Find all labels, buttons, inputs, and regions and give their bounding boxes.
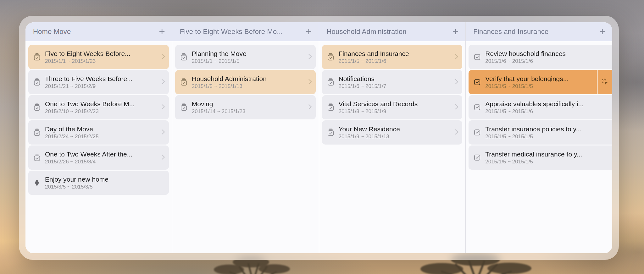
column-header: Home Move + <box>25 22 172 41</box>
card[interactable]: Enjoy your new home 2015/3/5 ~ 2015/3/5 <box>28 171 169 195</box>
card-dates: 2015/1/8 ~ 2015/1/9 <box>339 108 418 115</box>
click-indicator-icon <box>601 78 609 86</box>
column-title: Household Administration <box>327 28 407 36</box>
group-task-icon <box>326 78 335 86</box>
card-dates: 2015/1/6 ~ 2015/1/7 <box>339 83 386 90</box>
column-title: Home Move <box>33 28 71 36</box>
board-column-4: Finances and Insurance + <box>465 22 612 253</box>
card-icon-box <box>33 178 41 187</box>
card-text: Planning the Move 2015/1/1 ~ 2015/1/5 <box>192 49 247 65</box>
card-title: One to Two Weeks Before M... <box>45 100 135 108</box>
card[interactable]: Notifications 2015/1/6 ~ 2015/1/7 <box>322 70 463 94</box>
group-task-icon <box>180 103 188 112</box>
card-title: Household Administration <box>192 74 267 83</box>
card-dates: 2015/1/9 ~ 2015/1/13 <box>339 133 400 140</box>
group-task-icon <box>326 103 335 112</box>
add-card-button[interactable]: + <box>305 27 312 36</box>
chevron-right-icon <box>307 103 313 112</box>
chevron-right-icon <box>160 128 166 137</box>
card-text: Enjoy your new home 2015/3/5 ~ 2015/3/5 <box>45 175 108 190</box>
board-column-1: Home Move + <box>25 22 172 253</box>
chevron-right-icon <box>160 78 166 87</box>
card-text: Review household finances 2015/1/6 ~ 201… <box>485 49 566 65</box>
add-card-button[interactable]: + <box>599 27 606 36</box>
kanban-window: Home Move + <box>19 16 619 260</box>
card-text: Moving 2015/1/14 ~ 2015/1/23 <box>192 100 246 115</box>
card-text: Appraise valuables specifically i... 201… <box>485 100 584 115</box>
group-task-icon <box>326 128 335 137</box>
card-text: Household Administration 2015/1/5 ~ 2015… <box>192 74 267 90</box>
card-title: One to Two Weeks After the... <box>45 150 132 158</box>
card[interactable]: Moving 2015/1/14 ~ 2015/1/23 <box>175 95 316 119</box>
card[interactable]: One to Two Weeks Before M... 2015/2/10 ~… <box>28 95 169 119</box>
card-text: Day of the Move 2015/2/24 ~ 2015/2/25 <box>45 125 99 140</box>
card[interactable]: Three to Five Weeks Before... 2015/1/21 … <box>28 70 169 94</box>
card[interactable]: Five to Eight Weeks Before... 2015/1/1 ~… <box>28 45 169 69</box>
chevron-right-icon <box>453 103 460 112</box>
card-icon-box <box>473 153 481 162</box>
card[interactable]: Finances and Insurance 2015/1/5 ~ 2015/1… <box>322 45 463 69</box>
board-column-3: Household Administration + <box>319 22 466 253</box>
card-dates: 2015/1/14 ~ 2015/1/23 <box>192 108 246 115</box>
task-checkbox-icon <box>473 103 481 112</box>
column-body: Planning the Move 2015/1/1 ~ 2015/1/5 <box>172 41 319 120</box>
card-text: Finances and Insurance 2015/1/5 ~ 2015/1… <box>339 49 409 65</box>
group-task-icon <box>33 78 41 86</box>
card[interactable]: Vital Services and Records 2015/1/8 ~ 20… <box>322 95 463 119</box>
card-icon-box <box>33 78 41 86</box>
card-icon-box <box>473 78 481 86</box>
add-card-button[interactable]: + <box>158 27 165 36</box>
card-title: Five to Eight Weeks Before... <box>45 49 130 58</box>
card[interactable]: Day of the Move 2015/2/24 ~ 2015/2/25 <box>28 120 169 145</box>
card-icon-box <box>326 103 335 112</box>
column-title: Finances and Insurance <box>473 28 548 36</box>
chevron-right-icon <box>160 52 166 62</box>
group-task-icon <box>33 128 41 137</box>
chevron-right-icon <box>307 52 313 62</box>
card[interactable]: One to Two Weeks After the... 2015/2/26 … <box>28 145 169 170</box>
card-dates: 2015/1/6 ~ 2015/1/6 <box>485 58 566 65</box>
card-dates: 2015/3/5 ~ 2015/3/5 <box>45 184 108 190</box>
chevron-right-icon <box>453 52 460 62</box>
card-title: Vital Services and Records <box>339 100 418 108</box>
card[interactable]: Your New Residence 2015/1/9 ~ 2015/1/13 <box>322 120 463 145</box>
card[interactable]: Household Administration 2015/1/5 ~ 2015… <box>175 70 316 94</box>
card-icon-box <box>326 53 335 61</box>
card-icon-box <box>33 128 41 137</box>
card-dates: 2015/2/10 ~ 2015/2/23 <box>45 108 135 115</box>
card[interactable]: Appraise valuables specifically i... 201… <box>469 95 612 119</box>
card-icon-box <box>180 53 188 61</box>
chevron-right-icon <box>453 78 460 87</box>
group-task-icon <box>33 103 41 112</box>
card-icon-box <box>326 78 335 86</box>
group-task-icon <box>33 153 41 162</box>
card-dates: 2015/1/5 ~ 2015/1/5 <box>485 83 569 90</box>
group-task-icon <box>33 53 41 61</box>
card-dates: 2015/1/1 ~ 2015/1/23 <box>45 58 130 65</box>
card-dates: 2015/2/24 ~ 2015/2/25 <box>45 133 99 140</box>
group-task-icon <box>180 78 188 86</box>
card[interactable]: Transfer medical insurance to y... 2015/… <box>469 145 612 170</box>
card-icon-box <box>180 103 188 112</box>
group-task-icon <box>326 53 335 61</box>
card-title: Notifications <box>339 74 386 83</box>
column-header: Five to Eight Weeks Before Mo... + <box>172 22 319 41</box>
card[interactable]: Verify that your belongings... 2015/1/5 … <box>469 70 612 94</box>
card-title: Transfer insurance policies to y... <box>485 125 581 133</box>
card-icon-box <box>473 53 481 61</box>
add-card-button[interactable]: + <box>452 27 459 36</box>
card-icon-box <box>473 103 481 112</box>
card[interactable]: Review household finances 2015/1/6 ~ 201… <box>469 45 612 69</box>
card-dates: 2015/1/5 ~ 2015/1/6 <box>339 58 409 65</box>
card-dates: 2015/1/21 ~ 2015/2/9 <box>45 83 133 90</box>
card[interactable]: Transfer insurance policies to y... 2015… <box>469 120 612 145</box>
group-task-icon <box>180 53 188 61</box>
column-body: Five to Eight Weeks Before... 2015/1/1 ~… <box>25 41 172 196</box>
chevron-right-icon <box>453 128 460 137</box>
column-title: Five to Eight Weeks Before Mo... <box>180 28 283 36</box>
task-checkbox-icon <box>473 128 481 137</box>
task-checkbox-icon <box>473 78 481 86</box>
card-icon-box <box>33 103 41 112</box>
task-checkbox-icon <box>473 153 481 162</box>
card[interactable]: Planning the Move 2015/1/1 ~ 2015/1/5 <box>175 45 316 69</box>
